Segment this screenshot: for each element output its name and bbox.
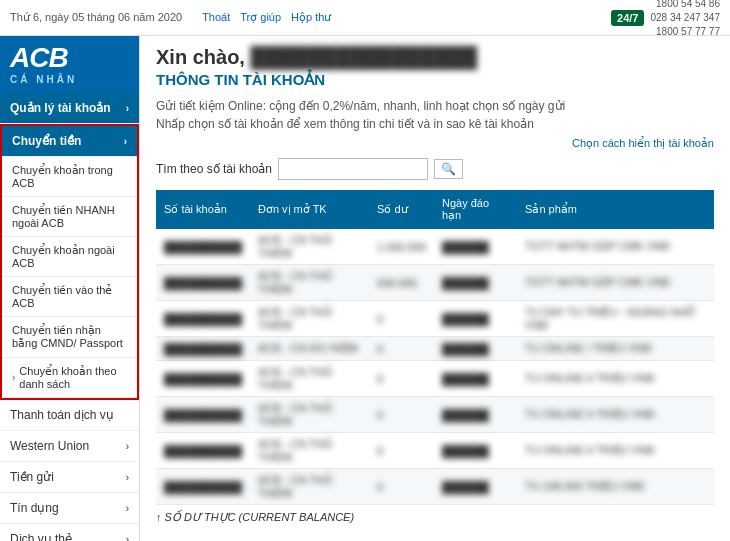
table-cell: 0 — [369, 397, 434, 433]
table-cell: ██████ — [434, 265, 517, 301]
submenu-label: Chuyển tiền nhận bằng CMND/ Passport — [12, 324, 123, 349]
help-link[interactable]: Trợ giúp — [240, 11, 281, 24]
col-header-san-pham: Sản phẩm — [517, 190, 714, 229]
table-cell: ██████████ — [156, 397, 250, 433]
table-row[interactable]: ██████████ACB - CN THỦ THIÊM1.000.000███… — [156, 229, 714, 265]
table-cell: ACB - CN THỦ THIÊM — [250, 361, 369, 397]
submenu-item-chuyen-khoan-danh-sach[interactable]: › Chuyển khoản theo danh sách — [2, 358, 137, 398]
table-cell: TGTT NHTM GỘP CMK VNĐ — [517, 229, 714, 265]
table-header-row: Số tài khoản Đơn vị mở TK Số dư Ngày đáo… — [156, 190, 714, 229]
table-cell: ACB - CN THỦ THIÊM — [250, 301, 369, 337]
sidebar-item-quan-ly[interactable]: Quản lý tài khoản › — [0, 93, 139, 124]
search-button[interactable]: 🔍 — [434, 159, 463, 179]
sidebar-item-label: Tín dụng — [10, 501, 59, 515]
display-settings-link[interactable]: Chọn cách hiển thị tài khoản — [156, 137, 714, 150]
sidebar-item-thanh-toan[interactable]: Thanh toán dịch vụ — [0, 400, 139, 431]
promo-text: Gửi tiết kiệm Online: cộng đến 0,2%/năm,… — [156, 99, 714, 113]
header-left: Thứ 6, ngày 05 tháng 06 năm 2020 Thoát T… — [10, 11, 331, 24]
table-row[interactable]: ██████████ACB - CN THỦ THIÊM500.000█████… — [156, 265, 714, 301]
chevron-right-icon-4: › — [126, 472, 129, 483]
table-row[interactable]: ██████████ACB - CN THỦ THIÊM0██████TU DA… — [156, 301, 714, 337]
submenu-item-chuyen-khoan-trong-acb[interactable]: Chuyển khoản trong ACB — [2, 157, 137, 197]
table-cell: 0 — [369, 337, 434, 361]
search-label: Tìm theo số tài khoản — [156, 162, 272, 176]
header-date: Thứ 6, ngày 05 tháng 06 năm 2020 — [10, 11, 182, 24]
submenu-item-chuyen-tien-nhanh[interactable]: Chuyển tiền NHANH ngoài ACB — [2, 197, 137, 237]
table-cell: ██████████ — [156, 229, 250, 265]
sidebar-item-tin-dung[interactable]: Tín dụng › — [0, 493, 139, 524]
total-row: ↑ SỐ DƯ THỰC (CURRENT BALANCE) — [156, 511, 714, 524]
chuyen-tien-expanded: Chuyển tiền › Chuyển khoản trong ACB Chu… — [0, 124, 139, 400]
account-table: Số tài khoản Đơn vị mở TK Số dư Ngày đáo… — [156, 190, 714, 505]
table-cell: ACB - CN THỦ THIÊM — [250, 229, 369, 265]
submenu-item-chuyen-tien-the[interactable]: Chuyển tiền vào thẻ ACB — [2, 277, 137, 317]
col-header-so-du: Số dư — [369, 190, 434, 229]
table-cell: ██████████ — [156, 337, 250, 361]
table-row[interactable]: ██████████ACB - CN KÌU NIỆM0██████TU ONL… — [156, 337, 714, 361]
table-cell: 1.000.000 — [369, 229, 434, 265]
logo-acb: ACB — [10, 44, 68, 72]
arrow-icon: › — [12, 372, 15, 383]
chuyen-tien-label: Chuyển tiền — [12, 134, 81, 148]
table-row[interactable]: ██████████ACB - CN THỦ THIÊM0██████TU 10… — [156, 469, 714, 505]
table-cell: TU ONLINE 6 TRIỆU VNĐ — [517, 433, 714, 469]
greeting: Xin chào, ████████████████ — [156, 46, 714, 69]
table-cell: ██████ — [434, 229, 517, 265]
table-cell: TGTT NHTM GỘP CMK VNĐ — [517, 265, 714, 301]
table-cell: ██████████ — [156, 361, 250, 397]
inbox-link[interactable]: Hộp thư — [291, 11, 331, 24]
table-cell: ACB - CN THỦ THIÊM — [250, 433, 369, 469]
table-cell: ACB - CN THỦ THIÊM — [250, 397, 369, 433]
search-input[interactable] — [278, 158, 428, 180]
col-header-so-tai-khoan: Số tài khoản — [156, 190, 250, 229]
table-cell: ACB - CN KÌU NIỆM — [250, 337, 369, 361]
table-cell: ██████████ — [156, 301, 250, 337]
submenu-item-chuyen-khoan-ngoai[interactable]: Chuyển khoản ngoài ACB — [2, 237, 137, 277]
greeting-name: ████████████████ — [250, 46, 477, 68]
table-row[interactable]: ██████████ACB - CN THỦ THIÊM0██████TU ON… — [156, 397, 714, 433]
main-content: Xin chào, ████████████████ THÔNG TIN TÀI… — [140, 36, 730, 541]
sidebar-item-tien-gui[interactable]: Tiền gửi › — [0, 462, 139, 493]
chevron-right-icon-6: › — [126, 534, 129, 542]
logout-link[interactable]: Thoát — [202, 11, 230, 24]
sidebar-item-label: Tiền gửi — [10, 470, 54, 484]
header-links: Thoát Trợ giúp Hộp thư — [202, 11, 331, 24]
table-cell: ██████████ — [156, 469, 250, 505]
header: Thứ 6, ngày 05 tháng 06 năm 2020 Thoát T… — [0, 0, 730, 36]
sidebar-menu: Quản lý tài khoản › Chuyển tiền › Chuyển… — [0, 93, 139, 541]
table-row[interactable]: ██████████ACB - CN THỦ THIÊM0██████TU ON… — [156, 361, 714, 397]
submenu-item-chuyen-tien-cmnd[interactable]: Chuyển tiền nhận bằng CMND/ Passport — [2, 317, 137, 358]
sidebar-item-label: Quản lý tài khoản — [10, 101, 111, 115]
table-row[interactable]: ██████████ACB - CN THỦ THIÊM0██████TU ON… — [156, 433, 714, 469]
submenu-label: Chuyển khoản trong ACB — [12, 164, 113, 189]
greeting-text: Xin chào, — [156, 46, 245, 68]
table-cell: TU DAY TU TRIỀU - NGÀNG NHỮ VNĐ — [517, 301, 714, 337]
table-cell: 0 — [369, 361, 434, 397]
logo-area: ACB CÁ NHÂN — [0, 36, 139, 93]
table-cell: ACB - CN THỦ THIÊM — [250, 469, 369, 505]
table-cell: TU ONLINE 6 TRIỆU VNĐ — [517, 397, 714, 433]
table-cell: ██████ — [434, 301, 517, 337]
table-cell: 0 — [369, 301, 434, 337]
submenu-label: Chuyển khoản ngoài ACB — [12, 244, 115, 269]
chevron-right-icon-5: › — [126, 503, 129, 514]
table-cell: ██████ — [434, 361, 517, 397]
page-title: THÔNG TIN TÀI KHOẢN — [156, 71, 714, 89]
header-right: 24/7 1800 54 54 86028 34 247 3471800 57 … — [611, 0, 720, 39]
sidebar-item-dich-vu-the[interactable]: Dịch vụ thẻ › — [0, 524, 139, 541]
layout: ACB CÁ NHÂN Quản lý tài khoản › Chuyển t… — [0, 36, 730, 541]
sidebar-item-chuyen-tien[interactable]: Chuyển tiền › — [2, 126, 137, 157]
table-cell: 0 — [369, 433, 434, 469]
submenu-label: Chuyển tiền NHANH ngoài ACB — [12, 204, 115, 229]
phone-numbers: 1800 54 54 86028 34 247 3471800 57 77 77 — [650, 0, 720, 39]
table-cell: 0 — [369, 469, 434, 505]
sidebar-item-western-union[interactable]: Western Union › — [0, 431, 139, 462]
sidebar-item-label: Dịch vụ thẻ — [10, 532, 72, 541]
sidebar-item-label: Western Union — [10, 439, 89, 453]
chevron-right-icon-3: › — [126, 441, 129, 452]
logo-subtitle: CÁ NHÂN — [10, 74, 77, 85]
table-cell: ██████ — [434, 397, 517, 433]
table-cell: 500.000 — [369, 265, 434, 301]
submenu-label: Chuyển khoản theo danh sách — [19, 365, 127, 390]
table-cell: ██████ — [434, 337, 517, 361]
